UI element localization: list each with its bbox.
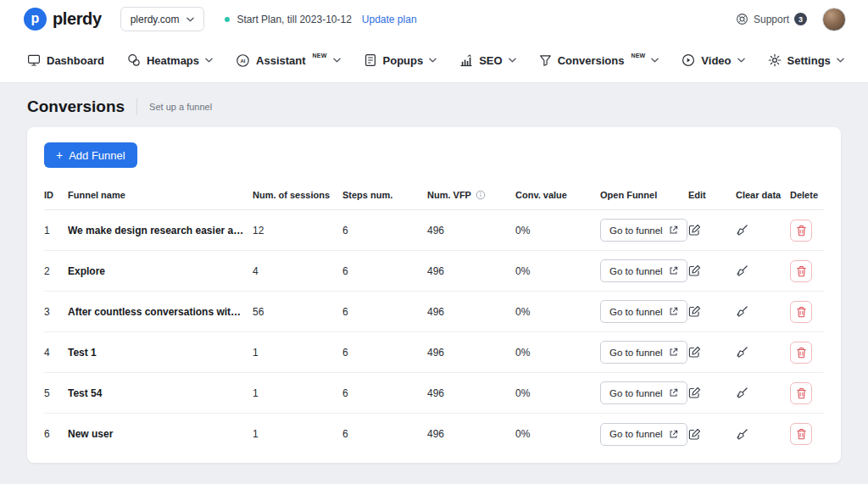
nav-item-heatmaps[interactable]: Heatmaps xyxy=(127,53,213,68)
chevron-down-icon xyxy=(509,53,516,68)
plan-status: Start Plan, till 2023-10-12 Update plan xyxy=(225,14,416,25)
domain-selector[interactable]: plerdy.com xyxy=(120,7,205,31)
support-label[interactable]: Support xyxy=(754,14,789,25)
sessions-count: 1 xyxy=(253,347,342,359)
delete-button[interactable] xyxy=(790,301,812,323)
external-link-icon xyxy=(669,348,678,357)
update-plan-link[interactable]: Update plan xyxy=(362,14,417,25)
go-to-funnel-button[interactable]: Go to funnel xyxy=(600,219,687,242)
nav-item-settings[interactable]: Settings xyxy=(768,53,844,68)
trash-icon xyxy=(796,225,807,236)
steps-count: 6 xyxy=(342,347,427,359)
funnel-name: Test 54 xyxy=(68,387,253,399)
page-header: Conversions Set up a funnel xyxy=(0,83,868,127)
assistant-ai-icon: AI xyxy=(236,53,250,68)
go-to-funnel-button[interactable]: Go to funnel xyxy=(600,300,687,323)
funnel-name: We make design research easier and faste… xyxy=(68,225,253,236)
edit-button[interactable] xyxy=(688,387,701,399)
delete-button[interactable] xyxy=(790,220,812,242)
conv-value: 0% xyxy=(515,225,600,236)
sessions-count: 4 xyxy=(253,265,342,277)
trash-icon xyxy=(796,347,807,359)
nav-item-assistant[interactable]: AI Assistant NEW xyxy=(236,53,340,68)
clear-data-button[interactable] xyxy=(736,224,748,236)
clear-data-button[interactable] xyxy=(736,387,748,399)
funnel-icon xyxy=(539,53,552,68)
trash-icon xyxy=(796,387,807,399)
vfp-count: 496 xyxy=(427,225,515,236)
user-avatar[interactable] xyxy=(822,8,846,31)
external-link-icon xyxy=(669,225,678,235)
nav-item-seo[interactable]: SEO xyxy=(459,53,515,68)
clear-data-button[interactable] xyxy=(736,346,748,359)
external-link-icon xyxy=(669,430,678,439)
add-funnel-button[interactable]: + Add Funnel xyxy=(44,142,137,168)
edit-button[interactable] xyxy=(688,346,701,359)
go-to-funnel-button[interactable]: Go to funnel xyxy=(600,381,687,404)
nav-label: Heatmaps xyxy=(147,53,199,68)
nav-item-conversions[interactable]: Conversions NEW xyxy=(539,53,659,68)
edit-button[interactable] xyxy=(688,264,701,277)
video-play-icon xyxy=(682,53,695,68)
dashboard-icon xyxy=(27,53,41,68)
delete-button[interactable] xyxy=(790,342,812,364)
heatmaps-icon xyxy=(127,53,141,68)
brand-logo: p plerdy xyxy=(24,8,102,31)
vfp-count: 496 xyxy=(427,387,515,399)
header-steps: Steps num. xyxy=(342,190,427,200)
clear-data-button[interactable] xyxy=(736,428,748,441)
delete-button[interactable] xyxy=(790,382,812,404)
header-open-funnel: Open Funnel xyxy=(600,190,688,200)
gear-icon xyxy=(768,53,782,68)
nav-label: Popups xyxy=(383,53,424,68)
nav-item-video[interactable]: Video xyxy=(682,53,744,68)
page-subtitle: Set up a funnel xyxy=(149,102,212,112)
steps-count: 6 xyxy=(342,387,427,399)
vfp-count: 496 xyxy=(427,265,515,277)
table-row: 1 We make design research easier and fas… xyxy=(44,210,824,251)
page-title: Conversions xyxy=(27,97,125,116)
header-id: ID xyxy=(44,190,68,200)
conv-value: 0% xyxy=(515,306,600,318)
funnel-name: New user xyxy=(68,428,253,440)
steps-count: 6 xyxy=(342,428,427,440)
funnels-card: + Add Funnel ID Funnel name Num. of sess… xyxy=(27,127,841,463)
trash-icon xyxy=(796,265,807,277)
chevron-down-icon xyxy=(186,12,194,26)
nav-label: Video xyxy=(701,53,731,68)
nav-label: Conversions xyxy=(558,53,625,68)
delete-button[interactable] xyxy=(790,260,812,282)
nav-label: Settings xyxy=(787,53,831,68)
sessions-count: 12 xyxy=(253,225,342,236)
seo-chart-icon xyxy=(459,53,473,68)
info-icon[interactable] xyxy=(476,190,486,200)
plan-status-text: Start Plan, till 2023-10-12 xyxy=(236,14,351,25)
delete-button[interactable] xyxy=(790,423,812,445)
row-id: 4 xyxy=(44,347,68,359)
row-id: 1 xyxy=(44,225,68,236)
edit-button[interactable] xyxy=(688,305,701,318)
funnel-name: Explore xyxy=(68,265,253,277)
edit-button[interactable] xyxy=(688,428,701,441)
new-badge: NEW xyxy=(631,53,645,58)
support-count-badge: 3 xyxy=(794,13,807,25)
topbar-right: Support 3 xyxy=(736,8,846,31)
clear-data-button[interactable] xyxy=(736,264,748,277)
funnel-name: Test 1 xyxy=(68,347,253,359)
trash-icon xyxy=(796,306,807,318)
table-row: 2 Explore 4 6 496 0% Go to funnel xyxy=(44,251,824,292)
row-id: 3 xyxy=(44,306,68,318)
chevron-down-icon xyxy=(737,53,745,68)
vfp-count: 496 xyxy=(427,306,515,318)
divider xyxy=(136,98,137,115)
go-to-funnel-button[interactable]: Go to funnel xyxy=(600,423,687,446)
clear-data-button[interactable] xyxy=(736,305,748,318)
chevron-down-icon xyxy=(651,53,659,68)
nav-item-dashboard[interactable]: Dashboard xyxy=(27,53,104,68)
go-to-funnel-button[interactable]: Go to funnel xyxy=(600,259,687,282)
go-to-funnel-button[interactable]: Go to funnel xyxy=(600,341,687,364)
edit-button[interactable] xyxy=(688,224,701,236)
nav-item-popups[interactable]: Popups xyxy=(364,53,437,68)
nav-label: Dashboard xyxy=(47,53,104,68)
table-row: 3 After countless conversations with job… xyxy=(44,292,824,332)
